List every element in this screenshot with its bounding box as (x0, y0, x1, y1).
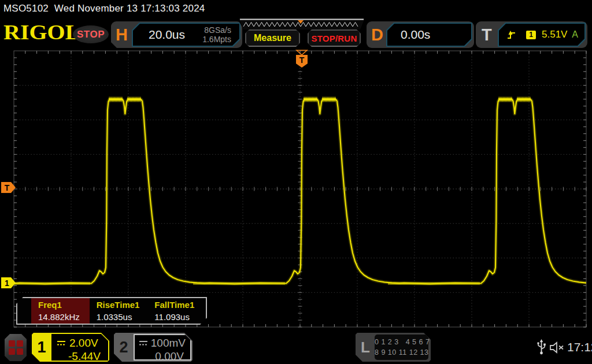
measurement-freq1[interactable]: Freq1 14.882kHz (31, 298, 90, 324)
channel1-offset-marker[interactable]: 1 (1, 277, 16, 288)
logic-channels-block[interactable]: L 0 1 2 3 4 5 6 7 8 9 10 11 12 13 14 15 (356, 333, 431, 362)
svg-text:T: T (5, 183, 10, 192)
channel2-offset: 0.00V (134, 350, 191, 363)
oscilloscope-screen: MSO5102 Wed November 13 17:13:03 2024 RI… (0, 0, 592, 364)
svg-text:1: 1 (5, 278, 9, 288)
channel1-offset: -5.44V (51, 350, 108, 363)
menu-grid-icon (9, 340, 23, 355)
channel1-status-block[interactable]: 1 2.00V -5.44V (32, 333, 109, 362)
measurement-results-box[interactable]: Freq1 14.882kHz RiseTime1 1.0335us FallT… (16, 297, 207, 325)
logic-channel-list: 0 1 2 3 4 5 6 7 8 9 10 11 12 13 14 15 (375, 335, 428, 360)
dc-coupling-icon (139, 340, 147, 346)
clock: 17:12 (567, 340, 592, 354)
trigger-level-marker[interactable]: T (1, 182, 16, 193)
speaker-muted-icon (549, 341, 565, 354)
channel1-scale: 2.00V (69, 337, 98, 350)
channel1-number: 1 (32, 333, 51, 362)
channel2-number: 2 (114, 333, 134, 362)
svg-text:T: T (299, 55, 305, 65)
channel2-status-block[interactable]: 2 100mV 0.00V (114, 333, 193, 362)
measurement-falltime1[interactable]: FallTime1 11.093us (147, 298, 206, 324)
logic-label: L (361, 333, 370, 362)
usb-icon (536, 339, 546, 355)
dc-coupling-icon (57, 340, 66, 346)
measurement-risetime1[interactable]: RiseTime1 1.0335us (90, 298, 148, 324)
main-menu-button[interactable] (5, 334, 27, 361)
trigger-position-marker[interactable]: T (296, 50, 308, 68)
channel2-scale: 100mV (151, 337, 186, 350)
